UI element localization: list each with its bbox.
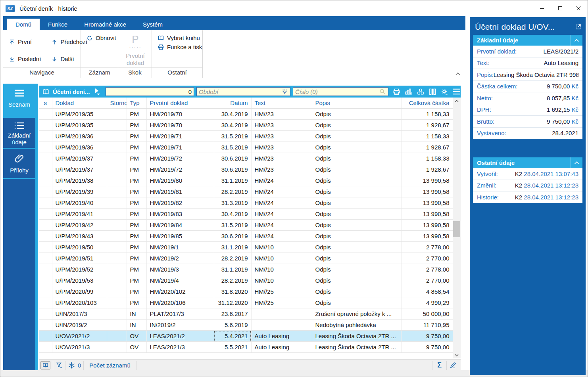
column-header-5[interactable]: Prvotní doklad	[146, 98, 214, 109]
table-row[interactable]: U/IN/2017/3INPLAT/2017/323.6.2017Zrušení…	[39, 308, 453, 320]
table-row[interactable]: U/PM/2019/42PMHM/2019/8431.5.2019HM//24O…	[39, 220, 453, 231]
book-icon[interactable]	[42, 88, 50, 95]
scrollbar-thumb[interactable]	[453, 221, 460, 237]
table-row[interactable]: U/PM/2019/52PMNM/2019/331.1.2019NM//10Od…	[39, 264, 453, 275]
table-row[interactable]: U/IN/2019/2ININ/2019/25.6.2019Nedobytná …	[39, 320, 453, 331]
table-row[interactable]: U/PM/2019/35PMHM/2019/7030.4.2019HM//23O…	[39, 109, 453, 120]
table-cell: Zrušení opravné položky k ...	[312, 308, 401, 320]
chart-icon[interactable]	[404, 88, 413, 96]
menu-icon	[14, 89, 25, 97]
filter-dropdown-icon[interactable]	[282, 89, 288, 94]
table-cell: Odpis	[312, 220, 401, 231]
minimize-button[interactable]	[533, 0, 551, 16]
table-cell: U/PM/2019/51	[52, 253, 107, 264]
table-cell: 1 928,67	[401, 164, 453, 175]
scroll-up-icon[interactable]	[453, 98, 461, 104]
column-header-6[interactable]: Datum	[214, 98, 251, 109]
table-cell: Auto Leasing	[251, 331, 312, 342]
column-header-3[interactable]: Storno	[107, 98, 127, 109]
table-cell: PM	[127, 142, 146, 153]
counter-input[interactable]	[106, 87, 194, 96]
printer-icon[interactable]	[392, 88, 401, 96]
table-cell: PM	[127, 175, 146, 186]
table-cell: HM/2019/80	[146, 175, 214, 186]
table-row[interactable]: U/PM/2019/50PMNM/2019/131.1.2019NM//10Od…	[39, 242, 453, 253]
tab-domu[interactable]: Domů	[7, 19, 40, 30]
column-header-9[interactable]: Celková částka	[401, 98, 453, 109]
menu-icon[interactable]	[452, 88, 461, 95]
table-cell: Odpis	[312, 153, 401, 164]
first-button[interactable]: První	[6, 33, 43, 50]
cubes-icon[interactable]	[416, 88, 425, 96]
table-row[interactable]: U/OV/2021/3OVLEAS/2021/35.5.2021Auto Lea…	[39, 342, 453, 353]
field-suffix: 28.04.2021 13:12:23	[522, 194, 578, 201]
last-button[interactable]: Poslední	[6, 50, 43, 67]
expand-arrow-icon[interactable]	[94, 88, 100, 95]
table-row[interactable]: U/PM/2019/53PMNM/2019/428.2.2019NM//10Od…	[39, 275, 453, 286]
snowflake-icon[interactable]	[68, 362, 75, 369]
table-cell	[107, 109, 127, 120]
arrow-down-icon	[51, 56, 58, 62]
table-row[interactable]: U/PM/2019/36PMHM/2019/7131.5.2019HM//23O…	[39, 131, 453, 142]
table-row[interactable]: U/PM/2019/51PMNM/2019/228.2.2019NM//10Od…	[39, 253, 453, 264]
table-row[interactable]: U/PM/2019/40PMHM/2019/8231.3.2019HM//24O…	[39, 197, 453, 209]
table-row[interactable]: U/PM/2020/103PMHM/2020/10631.12.2020HM//…	[39, 297, 453, 308]
column-header-2[interactable]: Doklad	[52, 98, 107, 109]
tab-system[interactable]: Systém	[135, 19, 171, 30]
table-cell: 50 000,00	[401, 308, 453, 320]
table-row[interactable]: U/PM/2019/41PMHM/2019/8330.4.2019HM//24O…	[39, 209, 453, 220]
refresh-button[interactable]: Obnovit	[84, 33, 115, 42]
records-label: Počet záznamů	[89, 362, 130, 369]
table-cell	[107, 153, 127, 164]
table-row[interactable]: U/PM/2019/43PMHM/2019/8530.6.2019HM//24O…	[39, 231, 453, 242]
pencil-edit-icon[interactable]	[449, 362, 457, 369]
table-cell: 28.2.2019	[214, 186, 251, 197]
tab-funkce[interactable]: Funkce	[40, 19, 76, 30]
column-header-4[interactable]: Typ	[127, 98, 146, 109]
external-link-icon[interactable]	[575, 23, 582, 31]
section-header-zakladni-udaje[interactable]: Základní údaje	[473, 35, 582, 46]
table-cell: PM	[127, 242, 146, 253]
table-row[interactable]: U/PM/2019/38PMHM/2019/8031.1.2019HM//24O…	[39, 175, 453, 186]
column-header-7[interactable]: Text	[251, 98, 312, 109]
table-row[interactable]: U/PM/2019/39PMHM/2019/8128.2.2019HM//24O…	[39, 186, 453, 197]
chevron-up-icon[interactable]	[571, 157, 582, 168]
funnel-filter-icon[interactable]	[56, 362, 63, 369]
sidebar-item-seznam[interactable]: Seznam	[3, 84, 35, 117]
maximize-button[interactable]	[551, 0, 569, 16]
table-cell: U/PM/2019/36	[52, 131, 107, 142]
column-header-8[interactable]: Popis	[312, 98, 401, 109]
sigma-sum-icon[interactable]: Σ	[437, 361, 442, 369]
close-button[interactable]	[569, 0, 588, 16]
table-row[interactable]: U/OV/2021/2OVLEAS/2021/25.4.2021Auto Lea…	[39, 331, 453, 342]
settings-gear-icon[interactable]	[440, 88, 448, 96]
table-cell: Odpis	[312, 242, 401, 253]
table-row[interactable]: U/PM/2019/35PMHM/2019/7030.4.2019HM//23O…	[39, 120, 453, 131]
table-cell: NM/2019/4	[146, 275, 214, 286]
table-cell: U/PM/2019/36	[52, 142, 107, 153]
panel-field-row: Historie:K2 28.04.2021 13:12:23	[473, 191, 582, 203]
sidebar-item-prilohy[interactable]: Přílohy	[3, 149, 35, 178]
tab-hromadne-akce[interactable]: Hromadné akce	[76, 19, 135, 30]
column-header-1[interactable]: s	[39, 98, 52, 109]
book-view-button[interactable]	[40, 361, 50, 369]
chevron-up-icon[interactable]	[571, 35, 582, 46]
ribbon-tabs: Domů Funkce Hromadné akce Systém	[3, 16, 465, 30]
scroll-down-icon[interactable]	[453, 352, 461, 358]
vertical-scrollbar[interactable]	[453, 98, 461, 358]
functions-print-button[interactable]: Funkce a tisk	[155, 42, 200, 52]
number-search-input[interactable]	[293, 87, 388, 96]
period-input[interactable]	[196, 87, 290, 96]
source-document-button[interactable]: P ····· Prvotní doklad	[121, 33, 149, 67]
table-row[interactable]: U/PM/2019/37PMHM/2019/7230.6.2019HM//23O…	[39, 164, 453, 175]
ribbon: Domů Funkce Hromadné akce Systém První P…	[3, 16, 465, 78]
table-row[interactable]: U/PM/2019/37PMHM/2019/7230.6.2019HM//23O…	[39, 153, 453, 164]
columns-icon[interactable]	[429, 88, 436, 96]
table-cell: U/PM/2020/99	[52, 286, 107, 297]
table-row[interactable]: U/PM/2019/36PMHM/2019/7131.5.2019HM//23O…	[39, 142, 453, 153]
ribbon-collapse-chevron-icon[interactable]	[455, 72, 461, 76]
section-header-ostatni-udaje[interactable]: Ostatní údaje	[473, 157, 582, 168]
select-book-button[interactable]: Vybrat knihu	[155, 33, 200, 42]
sidebar-item-zakladni-udaje[interactable]: Základní údaje	[3, 118, 35, 148]
table-row[interactable]: U/PM/2020/99PMHM/2020/10231.8.2020HM//25…	[39, 286, 453, 297]
